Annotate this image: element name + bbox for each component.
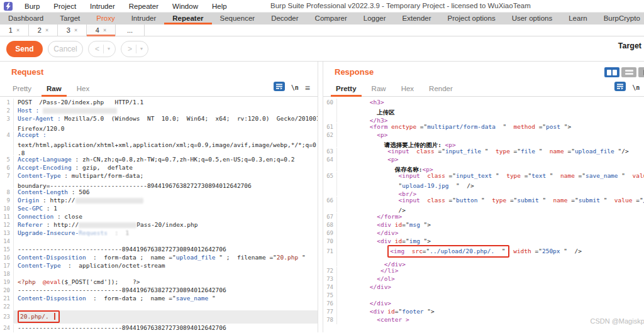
menu-intruder[interactable]: Intruder (83, 3, 122, 10)
tab-logger[interactable]: Logger (355, 13, 394, 25)
close-icon[interactable]: × (45, 27, 48, 33)
tab-project-options[interactable]: Project options (440, 13, 504, 25)
repeater-tab-...[interactable]: ... (116, 25, 145, 36)
code-line: 2Host : (0, 106, 318, 114)
view-tab-render[interactable]: Render (421, 82, 460, 96)
menu-burp[interactable]: Burp (18, 3, 47, 10)
code-line: 请选择要上传的图片: <p> (323, 139, 644, 147)
close-icon[interactable]: × (74, 27, 77, 33)
code-line: 60 <h3> (323, 98, 644, 106)
repeater-tab-label: 4 (96, 26, 99, 34)
request-header: Request (0, 62, 318, 80)
response-editor-icons: \n ≡ (614, 82, 644, 96)
code-line: 10Sec-GPC : 1 (0, 204, 318, 212)
tab-target[interactable]: Target (52, 13, 88, 25)
view-tab-raw[interactable]: Raw (39, 82, 69, 96)
repeater-tab-label: 2 (38, 26, 42, 34)
repeater-tab-4[interactable]: 4× (87, 25, 116, 36)
code-line: 63 <input class ="input_file " type ="fi… (323, 147, 644, 155)
layout-single-button[interactable] (638, 67, 644, 77)
send-button[interactable]: Send (6, 41, 43, 57)
cancel-button[interactable]: Cancel (48, 41, 83, 57)
annotation-highlight-box: <img src="../upload/20.php/. " (387, 245, 509, 258)
code-line: 62 <p> (323, 131, 644, 139)
menu-repeater[interactable]: Repeater (122, 3, 165, 10)
back-arrow-icon: < (89, 45, 104, 53)
code-line: 66 <input class ="button " type ="submit… (323, 196, 644, 204)
code-line: boundary=---------------------------8944… (0, 180, 318, 188)
menu-window[interactable]: Window (165, 3, 205, 10)
forward-arrow-icon: > (121, 45, 136, 53)
layout-rows-button[interactable] (621, 67, 636, 77)
code-line: 4Accept : (0, 131, 318, 139)
code-line: 61 <form enctype ="multipart/form-data "… (323, 123, 644, 131)
line-number (323, 180, 337, 188)
line-number: 71 (323, 245, 337, 258)
history-back-button[interactable]: < ▾ (88, 41, 116, 57)
tab-decoder[interactable]: Decoder (263, 13, 306, 25)
layout-columns-button[interactable] (604, 67, 619, 77)
code-line: 11Connection : close (0, 212, 318, 221)
newline-icon[interactable]: \n (291, 84, 299, 91)
word-wrap-icon[interactable] (614, 82, 626, 94)
close-icon[interactable]: × (16, 27, 19, 33)
burp-logo-icon (4, 2, 13, 11)
view-tab-hex[interactable]: Hex (69, 82, 97, 96)
code-line: /> (323, 204, 644, 212)
tab-intruder[interactable]: Intruder (123, 13, 165, 25)
repeater-toolbar: Send Cancel < ▾ > ▾ Target (0, 36, 644, 62)
message-panes: Request PrettyRawHex \n ≡ 1POST /Pass-20… (0, 62, 644, 332)
close-icon[interactable]: × (103, 27, 106, 33)
tab-extender[interactable]: Extender (394, 13, 440, 25)
word-wrap-icon[interactable] (274, 82, 285, 94)
request-editor[interactable]: 1POST /Pass-20/index.php HTTP/1.12Host :… (0, 97, 318, 332)
repeater-tab-bar: 1×2×3×4×... (0, 25, 644, 36)
request-view-tabs: PrettyRawHex \n ≡ (0, 80, 318, 97)
code-line: 18 (0, 270, 318, 278)
view-tab-pretty[interactable]: Pretty (328, 82, 364, 96)
code-line: 16Content-Disposition : form-data ; name… (0, 253, 318, 261)
tab-dashboard[interactable]: Dashboard (0, 13, 52, 25)
code-line: 6Accept-Encoding : gzip, deflate (0, 163, 318, 172)
tab-learn[interactable]: Learn (560, 13, 595, 25)
response-editor[interactable]: 60 <h3> 上传区 </h3>61 <form enctype ="mult… (323, 97, 644, 332)
menu-help[interactable]: Help (205, 3, 234, 10)
tab-user-options[interactable]: User options (504, 13, 561, 25)
code-line: </div> (323, 258, 644, 266)
newline-icon[interactable]: \n (632, 84, 640, 91)
repeater-tab-3[interactable]: 3× (58, 25, 87, 36)
chevron-down-icon[interactable]: ▾ (136, 46, 148, 52)
line-number (0, 180, 14, 188)
view-tab-pretty[interactable]: Pretty (5, 82, 39, 96)
repeater-tab-label: ... (127, 26, 133, 34)
history-forward-button[interactable]: > ▾ (121, 41, 148, 57)
code-line: 74 </div> (323, 283, 644, 291)
tab-proxy[interactable]: Proxy (88, 13, 123, 25)
code-line: 9Origin : http:// (0, 196, 318, 204)
response-panel: Response PrettyRawHexRender \n ≡ 60 (323, 62, 644, 332)
line-number (323, 163, 337, 172)
view-tab-raw[interactable]: Raw (364, 82, 394, 96)
target-label: Target (618, 41, 641, 50)
tab-repeater[interactable]: Repeater (164, 13, 211, 25)
annotation-highlight-box: 20.php/. (18, 310, 60, 323)
tab-comparer[interactable]: Comparer (307, 13, 355, 25)
code-line: 75 (323, 291, 644, 299)
repeater-tab-1[interactable]: 1× (0, 25, 29, 36)
code-line: </h3> (323, 114, 644, 123)
tab-burpcrypto[interactable]: BurpCrypto (596, 13, 644, 25)
request-editor-icons: \n ≡ (274, 82, 318, 96)
window-title: Burp Suite Professional v2022.3.9 - Temp… (270, 2, 531, 9)
menu-project[interactable]: Project (47, 3, 83, 10)
redacted-text (75, 198, 143, 204)
repeater-tab-2[interactable]: 2× (29, 25, 58, 36)
line-number (323, 204, 337, 212)
tab-sequencer[interactable]: Sequencer (212, 13, 264, 25)
menu-icon[interactable]: ≡ (305, 85, 310, 91)
repeater-tab-label: 3 (67, 26, 70, 34)
view-tab-hex[interactable]: Hex (394, 82, 421, 96)
line-number: 23 (0, 310, 14, 324)
redacted-text (43, 108, 117, 114)
code-line: Firefox/120.0 (0, 123, 318, 131)
chevron-down-icon[interactable]: ▾ (104, 46, 115, 52)
